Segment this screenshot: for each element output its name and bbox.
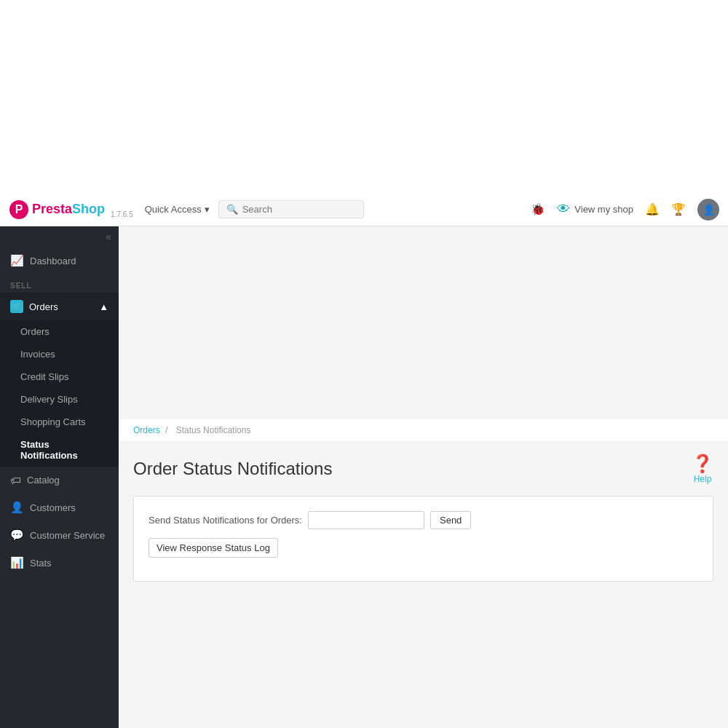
help-icon: ❓: [692, 454, 713, 474]
brand-logo: P PrestaShop 1.7.6.5: [9, 199, 133, 220]
catalog-label: Catalog: [27, 475, 60, 486]
content-panel: Send Status Notifications for Orders: Se…: [133, 496, 713, 582]
notifications-form-label: Send Status Notifications for Orders:: [149, 515, 302, 526]
orders-icon: 🛒: [10, 300, 23, 313]
layout: « 📈 Dashboard SELL 🛒 Orders ▲ Orders Inv…: [0, 419, 728, 728]
submenu-item-shopping-carts[interactable]: Shopping Carts: [0, 411, 119, 433]
page-header: Order Status Notifications ❓ Help: [119, 442, 728, 496]
page-title: Order Status Notifications: [133, 459, 332, 479]
breadcrumb: Orders / Status Notifications: [119, 419, 728, 442]
catalog-icon: 🏷: [10, 474, 21, 486]
sidebar: « 📈 Dashboard SELL 🛒 Orders ▲ Orders Inv…: [0, 226, 119, 728]
sidebar-item-dashboard[interactable]: 📈 Dashboard: [0, 247, 119, 274]
brand-name: PrestaShop: [32, 202, 105, 217]
submenu-item-invoices[interactable]: Invoices: [0, 343, 119, 365]
help-label: Help: [694, 474, 712, 484]
sidebar-item-orders-parent[interactable]: 🛒 Orders ▲: [0, 293, 119, 320]
view-shop-label: View my shop: [574, 204, 633, 215]
view-shop-button[interactable]: 👁 View my shop: [557, 202, 633, 217]
sidebar-item-catalog[interactable]: 🏷 Catalog: [0, 467, 119, 494]
notifications-form-row: Send Status Notifications for Orders: Se…: [149, 511, 698, 529]
sell-section-label: SELL: [0, 274, 119, 293]
bug-icon-button[interactable]: 🐞: [531, 202, 545, 216]
trophy-icon-button[interactable]: 🏆: [671, 202, 686, 216]
help-button[interactable]: ❓ Help: [692, 454, 713, 484]
search-input[interactable]: [242, 204, 356, 215]
submenu-item-delivery-slips[interactable]: Delivery Slips: [0, 388, 119, 411]
breadcrumb-parent[interactable]: Orders: [133, 425, 160, 435]
top-white-area: [0, 0, 728, 193]
customers-label: Customers: [30, 502, 76, 513]
quick-access-chevron-icon: ▾: [205, 204, 210, 215]
sidebar-item-customer-service[interactable]: 💬 Customer Service: [0, 521, 119, 549]
customer-service-label: Customer Service: [30, 530, 105, 541]
navbar-right: 🐞 👁 View my shop 🔔 🏆 👤: [531, 199, 719, 221]
top-navbar: P PrestaShop 1.7.6.5 Quick Access ▾ 🔍 🐞 …: [0, 193, 728, 226]
brand-version: 1.7.6.5: [111, 210, 133, 218]
view-log-button[interactable]: View Response Status Log: [149, 538, 278, 558]
sidebar-item-stats[interactable]: 📊 Stats: [0, 549, 119, 577]
quick-access-button[interactable]: Quick Access ▾: [145, 204, 210, 215]
stats-icon: 📊: [10, 556, 24, 569]
sidebar-collapse-button[interactable]: «: [0, 226, 119, 247]
view-log-row: View Response Status Log: [149, 538, 698, 558]
orders-submenu: Orders Invoices Credit Slips Delivery Sl…: [0, 320, 119, 467]
submenu-item-orders[interactable]: Orders: [0, 320, 119, 343]
stats-label: Stats: [30, 558, 52, 569]
orders-parent-left: 🛒 Orders: [10, 300, 58, 313]
orders-chevron-icon: ▲: [99, 301, 108, 312]
orders-label: Orders: [29, 301, 58, 312]
breadcrumb-current: Status Notifications: [176, 425, 251, 435]
collapse-icon: «: [106, 231, 111, 242]
eye-icon: 👁: [557, 202, 570, 217]
submenu-item-credit-slips[interactable]: Credit Slips: [0, 365, 119, 388]
order-id-input[interactable]: [308, 511, 424, 529]
dashboard-label: Dashboard: [30, 256, 76, 266]
breadcrumb-separator: /: [165, 425, 170, 435]
sidebar-item-customers[interactable]: 👤 Customers: [0, 494, 119, 521]
svg-text:P: P: [15, 203, 23, 215]
user-avatar-button[interactable]: 👤: [697, 199, 719, 221]
quick-access-label: Quick Access: [145, 204, 202, 215]
main-content: Orders / Status Notifications Order Stat…: [119, 419, 728, 728]
search-box: 🔍: [218, 200, 364, 218]
search-icon: 🔍: [226, 204, 238, 215]
customer-service-icon: 💬: [10, 529, 24, 542]
submenu-item-status-notifications[interactable]: Status Notifications: [0, 433, 119, 467]
customers-icon: 👤: [10, 501, 24, 514]
send-button[interactable]: Send: [430, 511, 471, 529]
notifications-button[interactable]: 🔔: [645, 202, 660, 216]
dashboard-icon: 📈: [10, 254, 24, 267]
